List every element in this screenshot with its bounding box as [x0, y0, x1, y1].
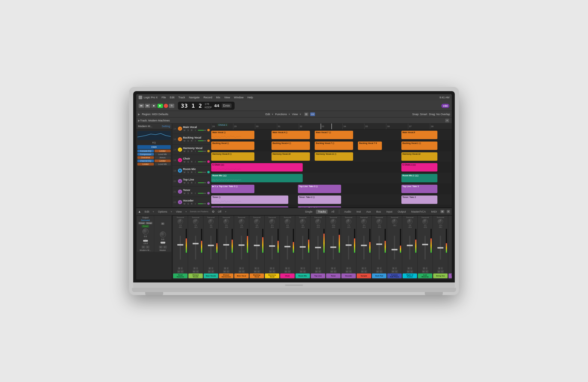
clip-choir-2[interactable]: C Choir.1 ◻◻ — [401, 163, 437, 172]
clip-backing-vocal-11[interactable]: Backing Vocal.1 ◻ — [401, 142, 437, 150]
mixer-mastervca-tab[interactable]: Master/VCA — [410, 210, 428, 214]
mixer-single-tab[interactable]: Single — [303, 210, 314, 214]
rewind-button[interactable]: ⏮ — [139, 104, 144, 108]
solo-btn-17[interactable]: S — [187, 150, 190, 153]
solo-btn-22[interactable]: S — [187, 202, 190, 205]
mixer-audio-tab[interactable]: Audio — [342, 210, 353, 214]
clip-topline-2[interactable]: Top Line: Take 3 ◻ — [298, 185, 341, 193]
key-display[interactable]: Emin — [222, 103, 232, 108]
solo-btn-20[interactable]: S — [187, 181, 190, 184]
plugin-limiter3[interactable]: Limiter — [137, 163, 154, 166]
rec-btn-21[interactable]: R — [190, 192, 193, 195]
clip-room-mic-2[interactable]: Room Mic.1 ◻◻ — [401, 174, 437, 182]
clip-topline-1[interactable]: ▶ 3 ▲ Top Line: Take 3 ◻ — [211, 185, 254, 193]
add-track-button[interactable]: + — [445, 119, 449, 122]
mixer-grid-btn[interactable]: ⊞ — [440, 210, 444, 213]
mute-btn-17[interactable]: M — [183, 150, 186, 153]
input-btn-20[interactable]: I — [194, 181, 197, 184]
file-menu[interactable]: File — [162, 96, 166, 99]
clip-vocoder-1[interactable]: Vocoder ◻ — [211, 206, 288, 207]
mixer-all-tab[interactable]: All — [329, 210, 336, 214]
mute-btn-18[interactable]: M — [183, 160, 186, 163]
r-btn-0[interactable]: R — [178, 267, 180, 270]
mute-btn-16[interactable]: M — [183, 139, 186, 142]
plugin-limiter[interactable]: Limiter — [154, 150, 171, 152]
list-view-button[interactable]: ≡≡ — [310, 112, 315, 116]
mixer-list-btn[interactable]: ≡ — [447, 210, 450, 213]
m-btn-0[interactable]: M — [177, 270, 180, 273]
mute-master[interactable]: M — [159, 246, 163, 249]
clip-backing-vocal-1[interactable]: Backing Vocal ◻ — [211, 142, 254, 150]
plugin-atmos[interactable]: Atmos — [154, 156, 171, 159]
mute-btn-15[interactable]: M — [183, 129, 186, 132]
mute-btn-21[interactable]: M — [183, 192, 186, 195]
pan-knob-0[interactable] — [178, 219, 183, 224]
fader-bg-0[interactable] — [180, 236, 181, 260]
clip-backing-vocal-4[interactable]: Backing Vocal.4 ◻ — [272, 142, 310, 150]
expand-region-arrow[interactable]: ▶ — [138, 113, 140, 116]
input-btn-21[interactable]: I — [194, 192, 197, 195]
functions-toolbar-btn[interactable]: Functions — [275, 113, 287, 116]
eq-display[interactable] — [137, 131, 171, 140]
clip-main-vocal-1[interactable]: Main Vocal ◻ — [211, 131, 254, 139]
mixer-input-tab[interactable]: Input — [385, 210, 394, 214]
clip-harmony-12[interactable]: Harmony Vocal.12 — [401, 152, 437, 161]
clip-harmony-10[interactable]: Harmony Vocal.10 — [272, 152, 310, 161]
input-btn-15[interactable]: I — [194, 129, 197, 132]
solo-btn-16[interactable]: S — [187, 139, 190, 142]
pan-knob-left[interactable] — [142, 228, 148, 234]
grid-view-button[interactable]: ⊞ — [304, 112, 308, 116]
mute-btn-22[interactable]: M — [183, 202, 186, 205]
plugin-compressor[interactable]: Compressor — [137, 153, 154, 156]
stop-button[interactable]: ■ — [151, 104, 157, 108]
solo-left[interactable]: S — [146, 246, 149, 249]
master-d-btn[interactable]: D — [161, 222, 164, 225]
solo-btn-18[interactable]: S — [187, 160, 190, 163]
edit-menu[interactable]: Edit — [170, 96, 175, 99]
solo-btn-15[interactable]: S — [187, 129, 190, 132]
mixer-midi-tab[interactable]: MIDI — [429, 210, 439, 214]
play-button[interactable]: ▶ — [158, 104, 163, 108]
mix-menu[interactable]: Mix — [216, 96, 220, 99]
clip-choir-1[interactable]: C Choir ◻◻ — [211, 163, 303, 172]
clip-main-vocal-9[interactable]: Main Vocal.9 — [401, 131, 437, 139]
mute-btn-19[interactable]: M — [183, 171, 186, 174]
solo-master[interactable]: D — [163, 246, 167, 249]
clip-tenor-2[interactable]: Tenor: Take 2 ◻ — [298, 195, 341, 204]
clip-harmony-9[interactable]: Harmony Vocal.9 ◻ — [211, 152, 254, 161]
solo-btn-19[interactable]: S — [187, 171, 190, 174]
dmd-button[interactable]: DMD — [137, 145, 171, 149]
plugin-channel-eq[interactable]: Channel EQ — [137, 160, 154, 162]
window-menu[interactable]: Window — [234, 96, 244, 99]
pan-knob-master[interactable] — [160, 231, 166, 237]
clip-main-vocal-4[interactable]: Main Vocal.4 ◻ — [272, 131, 310, 139]
mixer-aux-tab[interactable]: Aux — [364, 210, 373, 214]
clip-harmony-11[interactable]: Harmony Vocal.11 ◻ — [315, 152, 353, 161]
rec-btn-15[interactable]: R — [190, 129, 193, 132]
s-btn-0[interactable]: S — [181, 270, 184, 273]
read-btn[interactable]: Read — [142, 225, 149, 228]
mixer-inst-tab[interactable]: Inst — [355, 210, 363, 214]
mixer-options-tab[interactable]: Options — [156, 210, 169, 214]
view-toolbar-btn[interactable]: View — [292, 113, 298, 116]
view-menu[interactable]: View — [224, 96, 230, 99]
group-btn-left[interactable]: Group — [138, 222, 145, 224]
input-btn-17[interactable]: I — [194, 150, 197, 153]
record-menu[interactable]: Record — [203, 96, 212, 99]
mixer-output-tab[interactable]: Output — [396, 210, 408, 214]
clip-tenor-3[interactable]: Tenor: Take 2 — [401, 195, 437, 204]
clip-tenor-1[interactable]: Tenor ◻ — [211, 195, 288, 204]
rec-btn-22[interactable]: R — [190, 202, 193, 205]
mute-left[interactable]: M — [142, 246, 145, 249]
mute-btn-20[interactable]: M — [183, 181, 186, 184]
clip-main-vocal-7[interactable]: Main Vocal.7 ◻ — [315, 131, 353, 139]
input-btn-19[interactable]: I — [194, 171, 197, 174]
solo-btn-21[interactable]: S — [187, 192, 190, 195]
pan-knob-nv[interactable] — [208, 219, 214, 224]
rec-btn-19[interactable]: R — [190, 171, 193, 174]
rec-btn-20[interactable]: R — [190, 181, 193, 184]
fader-track-left[interactable] — [145, 239, 146, 242]
mixer-bus-tab[interactable]: Bus — [374, 210, 383, 214]
plugin-limiter2[interactable]: Limiter — [154, 160, 171, 162]
plugin-level-mtr[interactable]: Level Mtr — [154, 153, 171, 156]
